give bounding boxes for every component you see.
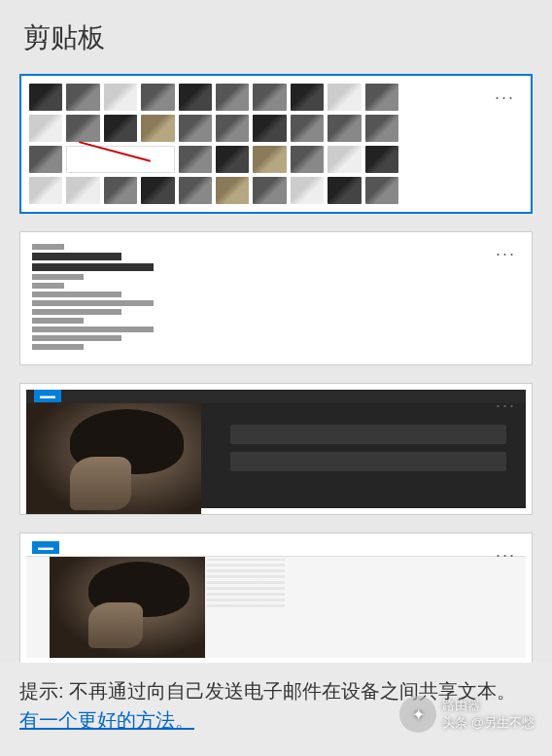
- clipboard-item[interactable]: ▬▬ ···: [19, 533, 533, 665]
- clipboard-item-content: ▬▬: [20, 384, 532, 514]
- portrait-image: [50, 557, 205, 658]
- document-snippet: [28, 240, 164, 357]
- watermark-text: 路由器: [442, 697, 535, 714]
- screenshot-preview: ▬▬: [26, 390, 526, 508]
- more-options-button[interactable]: ···: [492, 240, 520, 268]
- clipboard-item-content: [20, 232, 532, 364]
- app-badge-icon: ▬▬: [32, 541, 59, 554]
- thumbnail-grid: [29, 84, 398, 204]
- more-options-button[interactable]: ···: [492, 392, 520, 420]
- watermark: ✦ 路由器 头条 @另生不憋: [399, 696, 535, 733]
- clipboard-items-list: ··· ··· ▬▬: [0, 74, 552, 665]
- clipboard-item-content: [21, 76, 531, 212]
- watermark-icon: ✦: [399, 696, 436, 733]
- app-badge-icon: ▬▬: [34, 390, 61, 402]
- portrait-image: [26, 403, 201, 514]
- clipboard-item[interactable]: ▬▬ ···: [19, 383, 533, 515]
- more-options-button[interactable]: ···: [491, 84, 519, 112]
- more-options-button[interactable]: ···: [492, 541, 520, 569]
- watermark-subtext: 头条 @另生不憋: [442, 714, 535, 732]
- tip-prefix: 提示:: [19, 680, 69, 702]
- clipboard-header: 剪贴板: [0, 0, 552, 74]
- screenshot-preview: ▬▬: [26, 539, 526, 658]
- clipboard-item[interactable]: ···: [19, 74, 533, 214]
- tip-link[interactable]: 有一个更好的方法。: [19, 709, 194, 731]
- clipboard-title: 剪贴板: [23, 19, 529, 56]
- clipboard-item-content: ▬▬: [20, 533, 532, 664]
- clipboard-item[interactable]: ···: [19, 231, 533, 365]
